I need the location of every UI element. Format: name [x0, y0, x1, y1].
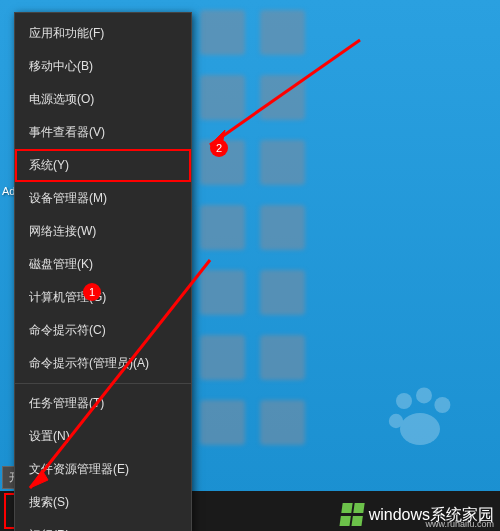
- annotation-badge-1: 1: [83, 283, 101, 301]
- svg-marker-9: [30, 470, 48, 488]
- menu-network-connections[interactable]: 网络连接(W): [15, 215, 191, 248]
- watermark-paw-icon: [380, 381, 460, 461]
- annotation-arrow: [20, 250, 220, 504]
- desktop-icon[interactable]: [260, 205, 305, 250]
- desktop-icon[interactable]: [200, 205, 245, 250]
- svg-point-14: [400, 413, 440, 445]
- watermark: windows系统家园 www.ruhaifu.com: [341, 503, 494, 527]
- desktop-background: Ad 应用和功能(F) 移动中心(B) 电源选项(O) 事件查看器(V) 系统(…: [0, 0, 500, 531]
- menu-apps-features[interactable]: 应用和功能(F): [15, 17, 191, 50]
- desktop-icon[interactable]: [260, 270, 305, 315]
- menu-event-viewer[interactable]: 事件查看器(V): [15, 116, 191, 149]
- desktop-icon[interactable]: [260, 400, 305, 445]
- svg-line-8: [30, 260, 210, 488]
- menu-mobility-center[interactable]: 移动中心(B): [15, 50, 191, 83]
- svg-line-6: [210, 40, 360, 145]
- menu-run[interactable]: 运行(R): [15, 519, 191, 531]
- watermark-url: www.ruhaifu.com: [425, 519, 494, 529]
- menu-power-options[interactable]: 电源选项(O): [15, 83, 191, 116]
- menu-system[interactable]: 系统(Y): [15, 149, 191, 182]
- annotation-badge-2: 2: [210, 139, 228, 157]
- svg-point-12: [434, 397, 450, 413]
- menu-device-manager[interactable]: 设备管理器(M): [15, 182, 191, 215]
- svg-point-10: [396, 393, 412, 409]
- watermark-logo-icon: [339, 503, 366, 527]
- desktop-icon[interactable]: [260, 335, 305, 380]
- svg-point-11: [416, 387, 432, 403]
